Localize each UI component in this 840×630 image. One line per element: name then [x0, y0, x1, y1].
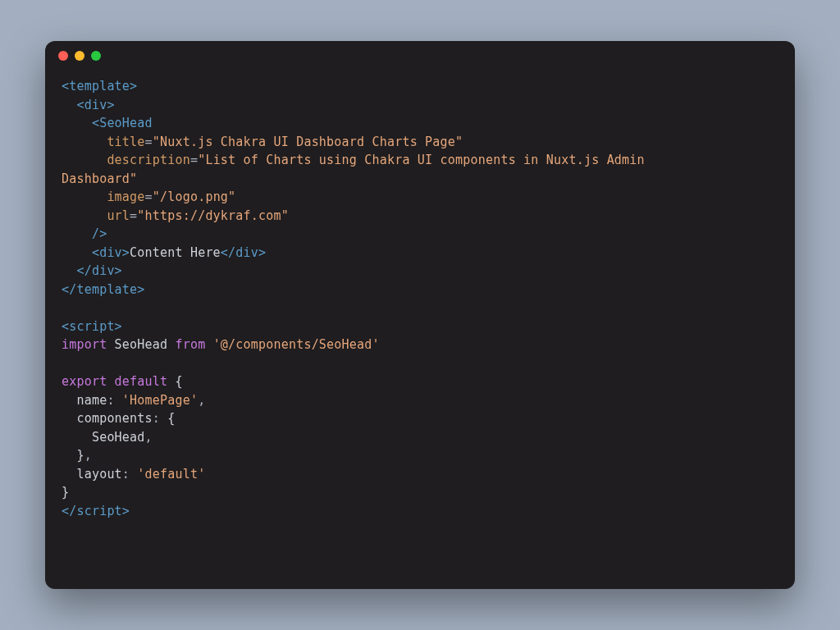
code-token: </template> [62, 282, 145, 297]
code-token: '@/components/SeoHead' [205, 337, 379, 352]
code-token: , [198, 393, 205, 408]
code-token: "Nuxt.js Chakra UI Dashboard Charts Page… [153, 135, 463, 149]
code-token: /> [62, 226, 107, 241]
code-area: <template> <div> <SeoHead title="Nuxt.js… [45, 71, 795, 536]
code-token: </script> [62, 504, 130, 518]
code-token: = [145, 135, 153, 149]
code-token: = [190, 153, 198, 167]
code-token: = [130, 208, 137, 223]
code-token: } [62, 448, 84, 463]
code-token: , [84, 448, 92, 463]
code-token: 'default' [137, 467, 205, 482]
code-token: SeoHead [62, 430, 145, 445]
titlebar [45, 41, 795, 71]
code-token: = [145, 189, 153, 204]
code-token: 'HomePage' [122, 393, 198, 408]
code-token: Content Here [130, 245, 221, 260]
code-token: , [145, 430, 153, 445]
code-token: <script> [62, 319, 122, 334]
code-token: "https://dykraf.com" [137, 208, 289, 223]
code-token: { [167, 411, 175, 426]
code-token: url [62, 208, 130, 223]
code-token: <template> [62, 79, 137, 94]
code-token: title [62, 135, 145, 149]
code-token: export [62, 374, 107, 389]
code-token: import [62, 337, 107, 352]
code-token: Dashboard" [62, 171, 137, 186]
code-window: <template> <div> <SeoHead title="Nuxt.js… [45, 41, 795, 589]
close-icon[interactable] [58, 51, 68, 61]
code-token: "List of Charts using Chakra UI componen… [198, 153, 652, 167]
code-token: description [62, 153, 190, 167]
code-token: </div> [221, 245, 266, 260]
code-token: : [122, 467, 137, 482]
code-token: SeoHead [107, 337, 175, 352]
code-token: : [107, 393, 121, 408]
code-token: image [62, 189, 145, 204]
code-token: <div> [62, 98, 115, 112]
code-token: <div> [62, 245, 130, 260]
minimize-icon[interactable] [75, 51, 84, 61]
code-token: "/logo.png" [153, 189, 236, 204]
code-token: } [62, 485, 69, 500]
maximize-icon[interactable] [91, 51, 101, 61]
code-token: <SeoHead [62, 116, 153, 130]
code-token: from [175, 337, 205, 352]
code-token: layout [62, 467, 122, 482]
code-token: components [62, 411, 153, 426]
code-token: : [153, 411, 167, 426]
code-token: { [167, 374, 182, 389]
code-token: default [107, 374, 167, 389]
code-token: name [62, 393, 107, 408]
code-token: </div> [62, 263, 122, 278]
